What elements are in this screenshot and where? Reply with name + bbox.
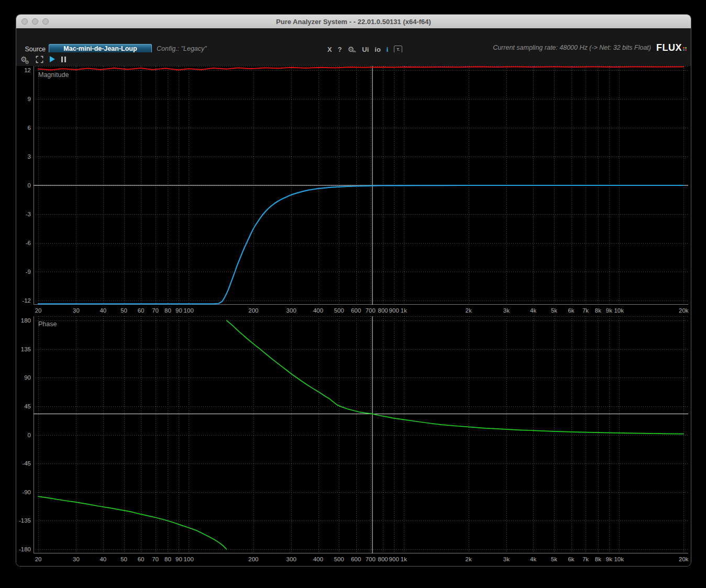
close-window-icon[interactable] bbox=[21, 18, 28, 25]
svg-text:60: 60 bbox=[138, 556, 145, 562]
svg-text:20k: 20k bbox=[679, 556, 689, 562]
toolbar: Source Mac-mini-de-Jean-Loup Config.: "L… bbox=[16, 28, 691, 53]
svg-text:-12: -12 bbox=[22, 297, 31, 304]
svg-text:7k: 7k bbox=[582, 307, 589, 314]
svg-text:800: 800 bbox=[378, 307, 388, 314]
svg-text:135: 135 bbox=[21, 346, 31, 352]
svg-text:800: 800 bbox=[378, 556, 388, 562]
svg-text:-135: -135 bbox=[19, 517, 31, 524]
svg-text:400: 400 bbox=[313, 307, 323, 314]
phase-plot[interactable]: 2030405060708090100200300400500600700800… bbox=[17, 316, 689, 565]
svg-text:3: 3 bbox=[28, 153, 31, 160]
svg-text:0: 0 bbox=[28, 432, 31, 438]
svg-text:3k: 3k bbox=[503, 556, 510, 562]
svg-text:6k: 6k bbox=[568, 307, 574, 314]
svg-text:50: 50 bbox=[120, 556, 127, 562]
svg-text:300: 300 bbox=[286, 307, 296, 314]
window-title: Pure Analyzer System - - 22.01.0.50131 (… bbox=[16, 18, 691, 26]
svg-text:900: 900 bbox=[389, 556, 399, 562]
svg-text:40: 40 bbox=[100, 307, 106, 314]
svg-text:40: 40 bbox=[100, 556, 106, 562]
ui-setup-icon[interactable]: Ui bbox=[362, 46, 369, 53]
svg-text:6k: 6k bbox=[568, 556, 574, 562]
desktop-background: Pure Analyzer System - - 22.01.0.50131 (… bbox=[0, 0, 706, 588]
grid-lines bbox=[34, 316, 688, 553]
svg-text:200: 200 bbox=[248, 307, 258, 314]
chart-settings-gears-icon[interactable]: ⚙⚙ bbox=[20, 54, 29, 64]
analyzer-charts: Magnitude 203040506070809010020030040050… bbox=[16, 66, 691, 566]
svg-text:10k: 10k bbox=[614, 556, 624, 562]
x-axis-tick-labels: 2030405060708090100200300400500600700800… bbox=[35, 556, 689, 562]
svg-text:300: 300 bbox=[286, 556, 296, 562]
svg-text:2k: 2k bbox=[466, 556, 472, 562]
svg-text:45: 45 bbox=[24, 403, 31, 409]
svg-text:8k: 8k bbox=[595, 307, 601, 314]
svg-text:7k: 7k bbox=[582, 556, 589, 562]
info-icon[interactable]: i bbox=[387, 46, 389, 53]
svg-text:200: 200 bbox=[248, 556, 258, 562]
svg-text:-45: -45 bbox=[22, 460, 31, 467]
sampling-rate-text: Current sampling rate: 48000 Hz (-> Net:… bbox=[493, 44, 651, 51]
svg-text:3k: 3k bbox=[503, 307, 510, 314]
io-setup-icon[interactable]: io bbox=[374, 46, 381, 53]
zoom-window-icon[interactable] bbox=[42, 18, 49, 25]
svg-text:20: 20 bbox=[35, 556, 42, 562]
x-tool-icon[interactable]: X bbox=[327, 46, 332, 53]
magnitude-plot[interactable]: 2030405060708090100200300400500600700800… bbox=[17, 66, 689, 316]
svg-text:0: 0 bbox=[28, 182, 31, 188]
source-label: Source bbox=[16, 46, 46, 53]
svg-text:90: 90 bbox=[175, 307, 182, 314]
svg-text:1k: 1k bbox=[401, 556, 407, 562]
flux-logo: FLUX bbox=[656, 43, 687, 52]
svg-text:20k: 20k bbox=[679, 307, 689, 314]
svg-text:90: 90 bbox=[175, 556, 182, 562]
svg-text:30: 30 bbox=[73, 307, 80, 314]
svg-text:80: 80 bbox=[164, 307, 171, 314]
svg-text:12: 12 bbox=[24, 67, 31, 73]
svg-text:60: 60 bbox=[138, 307, 145, 314]
svg-text:5k: 5k bbox=[551, 307, 557, 314]
svg-text:900: 900 bbox=[389, 307, 399, 314]
svg-text:-6: -6 bbox=[26, 240, 31, 246]
svg-text:100: 100 bbox=[184, 307, 194, 314]
flux-logo-dots bbox=[683, 47, 687, 51]
svg-text:50: 50 bbox=[120, 307, 127, 314]
titlebar[interactable]: Pure Analyzer System - - 22.01.0.50131 (… bbox=[16, 15, 691, 28]
help-icon[interactable]: ? bbox=[338, 46, 342, 53]
x-axis-tick-labels: 2030405060708090100200300400500600700800… bbox=[35, 307, 689, 314]
svg-text:4k: 4k bbox=[530, 307, 536, 314]
svg-text:4k: 4k bbox=[530, 556, 536, 562]
svg-text:-180: -180 bbox=[19, 546, 31, 552]
svg-text:-90: -90 bbox=[22, 489, 31, 495]
svg-text:9k: 9k bbox=[606, 307, 612, 314]
pause-icon[interactable] bbox=[61, 57, 66, 62]
svg-text:-9: -9 bbox=[26, 269, 31, 275]
window-controls bbox=[21, 18, 49, 25]
svg-text:600: 600 bbox=[351, 307, 361, 314]
svg-text:1k: 1k bbox=[401, 307, 407, 314]
cursor-crosshair[interactable] bbox=[34, 316, 688, 553]
config-text: Config.: "Legacy" bbox=[157, 45, 207, 52]
svg-text:10k: 10k bbox=[614, 307, 624, 314]
play-icon[interactable] bbox=[50, 56, 55, 62]
fullscreen-expand-icon[interactable] bbox=[36, 56, 43, 63]
phase-upper-branch-curve bbox=[227, 320, 684, 434]
svg-text:20: 20 bbox=[35, 307, 42, 314]
svg-text:2k: 2k bbox=[466, 307, 472, 314]
svg-text:9k: 9k bbox=[606, 556, 612, 562]
minimize-window-icon[interactable] bbox=[32, 18, 38, 25]
coherence-curve bbox=[38, 67, 683, 70]
app-window: Pure Analyzer System - - 22.01.0.50131 (… bbox=[16, 14, 691, 567]
svg-text:80: 80 bbox=[164, 556, 171, 562]
svg-text:100: 100 bbox=[184, 556, 194, 562]
svg-text:70: 70 bbox=[152, 556, 159, 562]
y-axis-tick-labels: 129630-3-6-9-12 bbox=[22, 67, 31, 304]
svg-text:500: 500 bbox=[334, 556, 344, 562]
svg-text:5k: 5k bbox=[551, 556, 557, 562]
plot-border bbox=[34, 316, 688, 553]
svg-text:-3: -3 bbox=[26, 211, 31, 217]
y-axis-tick-labels: 18013590450-45-90-135-180 bbox=[19, 317, 31, 552]
svg-text:700: 700 bbox=[366, 307, 376, 314]
transport-minibar: ⚙⚙ bbox=[16, 52, 691, 66]
svg-text:9: 9 bbox=[28, 96, 31, 102]
